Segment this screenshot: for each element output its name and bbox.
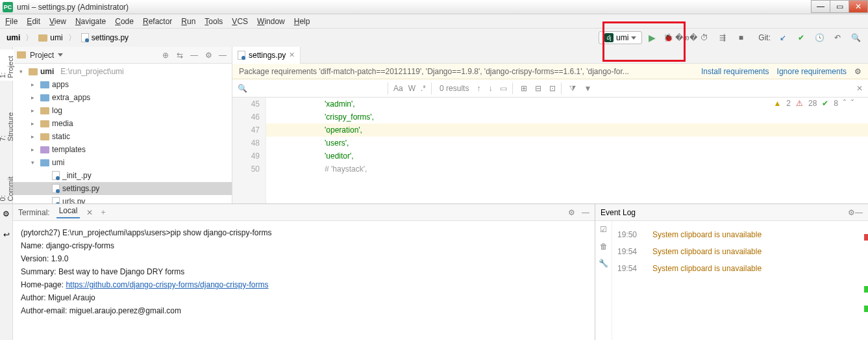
breadcrumb-file[interactable]: settings.py (92, 33, 129, 42)
code-line[interactable]: 48'users', (232, 137, 868, 150)
terminal-link[interactable]: https://github.com/django-crispy-forms/d… (66, 280, 268, 289)
match-case-icon[interactable]: Aa (393, 84, 403, 93)
collapse-all-icon[interactable]: — (189, 51, 199, 60)
menu-edit[interactable]: Edit (27, 17, 40, 26)
tree-item-umi[interactable]: ▾umi (13, 156, 232, 169)
expand-all-icon[interactable]: ⇆ (175, 51, 185, 60)
menu-navigate[interactable]: Navigate (75, 17, 106, 26)
tree-item-static[interactable]: ▸static (13, 130, 232, 143)
breadcrumb-root[interactable]: umi (6, 33, 20, 42)
select-all-occurrences-icon[interactable]: ⊡ (549, 84, 556, 93)
words-icon[interactable]: W (408, 84, 415, 93)
tree-item-extra_apps[interactable]: ▸extra_apps (13, 91, 232, 104)
close-find-icon[interactable]: ✕ (856, 84, 863, 93)
event-log-row[interactable]: 19:50System clipboard is unavailable (615, 226, 865, 243)
run-config-selector[interactable]: dj umi (599, 31, 642, 44)
close-tab-icon[interactable]: ✕ (289, 51, 295, 59)
expand-arrow-icon[interactable]: ▸ (31, 81, 38, 88)
event-log-row[interactable]: 19:54System clipboard is unavailable (615, 243, 865, 260)
tree-item-apps[interactable]: ▸apps (13, 78, 232, 91)
regex-icon[interactable]: .* (421, 84, 426, 93)
menu-vcs[interactable]: VCS (232, 17, 248, 26)
terminal-output[interactable]: (pytorch27) E:\run_project\umi\apps\user… (13, 221, 595, 340)
hide-icon[interactable]: — (582, 208, 589, 217)
add-selection-icon[interactable]: ⊞ (521, 84, 527, 93)
menu-code[interactable]: Code (115, 17, 134, 26)
tree-root[interactable]: ▾ umi E:\run_project\umi (13, 65, 232, 78)
vcs-history-button[interactable]: 🕓 (813, 33, 825, 42)
menu-tools[interactable]: Tools (205, 17, 223, 26)
expand-arrow-icon[interactable]: ▸ (31, 107, 38, 114)
next-match-icon[interactable]: ↓ (488, 84, 492, 93)
ignore-requirements-link[interactable]: Ignore requirements (777, 67, 847, 76)
search-everywhere-button[interactable]: 🔍 (850, 33, 862, 42)
hide-icon[interactable]: — (855, 208, 863, 217)
menu-view[interactable]: View (49, 17, 66, 26)
new-terminal-tab-icon[interactable]: ＋ (99, 207, 107, 218)
vcs-commit-button[interactable]: ✔ (795, 33, 807, 42)
select-all-icon[interactable]: ▭ (500, 84, 507, 93)
find-input[interactable] (253, 84, 382, 93)
profile-button[interactable]: ⏱ (699, 33, 710, 42)
tree-item-urls-py[interactable]: urls.py (13, 195, 232, 203)
clear-icon[interactable]: 🗑 (600, 242, 608, 251)
minimize-button[interactable]: ― (811, 0, 830, 13)
menu-run[interactable]: Run (181, 17, 195, 26)
code-editor[interactable]: ▲2 ⚠28 ✔8 ˆ ˇ 45'xadmin',46'crispy_forms… (232, 98, 868, 203)
menu-window[interactable]: Window (257, 17, 285, 26)
chevron-down-icon[interactable] (58, 53, 63, 57)
expand-arrow-icon[interactable]: ▸ (31, 146, 38, 153)
event-log-row[interactable]: 19:54System clipboard is unavailable (615, 260, 865, 277)
code-line[interactable]: 47'operation', (232, 124, 868, 137)
gear-icon[interactable]: ⚙ (848, 208, 855, 217)
project-tree[interactable]: ▾ umi E:\run_project\umi ▸apps▸extra_app… (13, 64, 232, 203)
tree-item-_init_-py[interactable]: _init_.py (13, 169, 232, 182)
inspection-widget[interactable]: ▲2 ⚠28 ✔8 ˆ ˇ (771, 98, 856, 109)
expand-arrow-icon[interactable]: ▸ (31, 120, 38, 127)
hide-icon[interactable]: — (217, 51, 228, 60)
chevron-up-icon[interactable]: ˆ (843, 99, 846, 108)
maximize-button[interactable]: ▭ (830, 0, 849, 13)
breadcrumb[interactable]: umi 〉 umi 〉 settings.py (6, 33, 129, 44)
tab-commit[interactable]: 0: Commit (0, 170, 14, 203)
menu-file[interactable]: File (5, 17, 18, 26)
gear-icon[interactable]: ⚙ (203, 51, 214, 60)
tree-item-settings-py[interactable]: settings.py (13, 182, 232, 195)
expand-arrow-icon[interactable]: ▾ (31, 159, 38, 166)
expand-arrow-icon[interactable]: ▸ (31, 94, 38, 101)
stop-button[interactable]: ■ (735, 33, 747, 42)
funnel-icon[interactable]: ▼ (584, 84, 591, 93)
close-button[interactable]: ✕ (849, 0, 868, 13)
remove-selection-icon[interactable]: ⊟ (535, 84, 541, 93)
install-requirements-link[interactable]: Install requirements (701, 67, 769, 76)
prev-match-icon[interactable]: ↑ (477, 84, 480, 93)
run-button[interactable]: ▶ (649, 33, 656, 43)
run-anything-button[interactable]: ⇶ (717, 33, 728, 42)
close-terminal-tab-icon[interactable]: ✕ (86, 208, 93, 217)
terminal-settings-icon[interactable]: ⚙ (3, 209, 10, 218)
event-log-list[interactable]: 19:50System clipboard is unavailable19:5… (612, 221, 868, 340)
search-icon[interactable]: 🔍 (238, 84, 247, 93)
tree-item-log[interactable]: ▸log (13, 104, 232, 117)
mark-read-icon[interactable]: ☑ (600, 225, 607, 234)
select-opened-file-icon[interactable]: ⊕ (160, 51, 171, 60)
settings-icon[interactable]: 🔧 (599, 259, 608, 268)
gear-icon[interactable]: ⚙ (854, 67, 862, 76)
code-line[interactable]: 50# 'haystack', (232, 163, 868, 176)
tab-structure[interactable]: 7: Structure (0, 107, 14, 144)
coverage-button[interactable]: �თ� (680, 33, 692, 42)
expand-arrow-icon[interactable]: ▾ (19, 68, 26, 75)
vcs-update-button[interactable]: ↙ (777, 33, 789, 42)
debug-button[interactable]: 🐞 (662, 33, 674, 42)
terminal-tab-local[interactable]: Local (56, 206, 81, 218)
tree-item-media[interactable]: ▸media (13, 117, 232, 130)
code-line[interactable]: 49'ueditor', (232, 150, 868, 163)
tree-item-templates[interactable]: ▸templates (13, 143, 232, 156)
gear-icon[interactable]: ⚙ (568, 208, 575, 217)
code-line[interactable]: 46'crispy_forms', (232, 111, 868, 124)
breadcrumb-mid[interactable]: umi (50, 33, 62, 42)
project-panel-title[interactable]: Project (30, 51, 54, 60)
menu-refactor[interactable]: Refactor (143, 17, 172, 26)
terminal-soft-wrap-icon[interactable]: ↩ (3, 230, 10, 239)
editor-tab-settings[interactable]: settings.py ✕ (232, 47, 301, 64)
